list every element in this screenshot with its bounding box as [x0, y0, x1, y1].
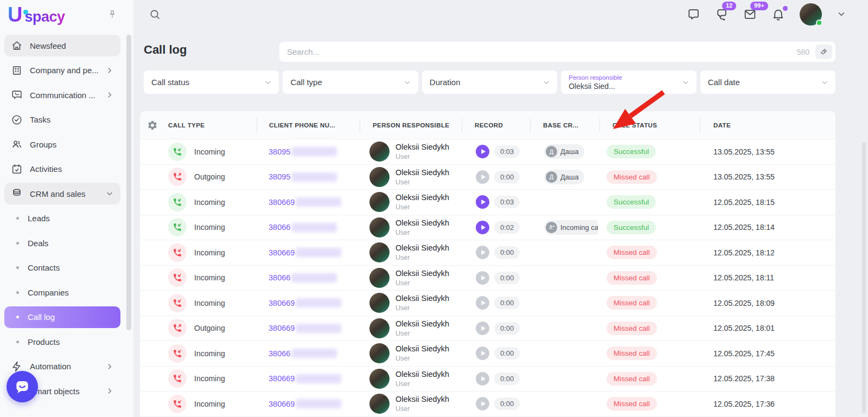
phone-incoming-icon	[168, 218, 187, 236]
user-avatar[interactable]	[800, 3, 822, 25]
chats-icon[interactable]: 12	[715, 8, 729, 21]
play-button[interactable]	[476, 372, 489, 386]
table-header: CALL TYPECLIENT PHONE NU...PERSON RESPON…	[140, 111, 835, 139]
table-row[interactable]: Incoming380669Oleksii SiedykhUser0:03Suc…	[140, 190, 835, 215]
play-button[interactable]	[476, 296, 489, 310]
filter-duration[interactable]: Duration	[422, 70, 557, 94]
sidebar-item-label: Communication ...	[30, 91, 105, 100]
sidebar-item-call-log[interactable]: Call log	[4, 306, 120, 328]
table-row[interactable]: Outgoing38095Oleksii SiedykhUser0:00ДДаш…	[140, 165, 835, 190]
table-row[interactable]: Incoming38066Oleksii SiedykhUser0:02Inco…	[140, 215, 835, 241]
base-chip[interactable]: ДДаша	[544, 170, 584, 184]
phone-link[interactable]: 38095	[269, 172, 290, 181]
play-button[interactable]	[476, 271, 489, 285]
table-row[interactable]: Incoming38095Oleksii SiedykhUser0:03ДДаш…	[140, 139, 835, 165]
table-row[interactable]: Incoming380669Oleksii SiedykhUser0:00Mis…	[140, 392, 835, 417]
sidebar-item-crm-and-sales[interactable]: CRM and sales	[4, 183, 120, 204]
table-row[interactable]: Incoming380669Oleksii SiedykhUser0:00Mis…	[140, 291, 835, 316]
call-status-badge: Missed call	[607, 397, 657, 410]
sidebar-item-label: Automation	[30, 362, 105, 371]
table-body: Incoming38095Oleksii SiedykhUser0:03ДДаш…	[140, 139, 835, 417]
table-row[interactable]: Incoming380669Oleksii SiedykhUser0:00Mis…	[140, 240, 835, 266]
person-info: Oleksii SiedykhUser	[395, 369, 449, 388]
chevron-down-icon[interactable]	[837, 9, 846, 19]
sidebar-item-contacts[interactable]: Contacts	[4, 257, 120, 279]
table-row[interactable]: Outgoing380669Oleksii SiedykhUser0:00Mis…	[140, 316, 835, 342]
record-duration: 0:00	[494, 246, 520, 259]
sidebar-item-activities[interactable]: Activities	[4, 158, 120, 180]
phone-link[interactable]: 38095	[269, 147, 290, 156]
comment-icon[interactable]	[687, 8, 700, 21]
person-role: User	[395, 405, 449, 413]
phone-link[interactable]: 38066	[269, 349, 290, 358]
cell-record: 0:00	[462, 266, 530, 291]
mail-icon[interactable]: 99+	[743, 8, 757, 21]
call-date: 12.05.2025, 18:01	[713, 324, 775, 332]
table-row[interactable]: Incoming380669Oleksii SiedykhUser0:00Mis…	[140, 367, 835, 392]
sidebar-item-companies[interactable]: Companies	[4, 281, 120, 303]
base-chip-label: Даша	[560, 147, 579, 156]
base-chip-label: Даша	[560, 173, 579, 181]
sidebar-item-company-and-pe[interactable]: Company and pe...	[4, 60, 120, 81]
column-header-call-status: CALL STATUS	[599, 111, 700, 139]
sidebar-item-communication[interactable]: Communication ...	[4, 84, 120, 106]
sidebar-item-groups[interactable]: Groups	[4, 133, 120, 155]
chat-fab[interactable]	[7, 371, 38, 402]
play-button[interactable]	[476, 145, 489, 158]
cell-phone: 380669	[257, 392, 360, 416]
person-name: Oleksii Siedykh	[395, 319, 449, 329]
phone-link[interactable]: 380669	[269, 299, 295, 307]
search-icon[interactable]	[149, 8, 161, 21]
play-button[interactable]	[476, 347, 489, 360]
person-name: Oleksii Siedykh	[395, 168, 449, 178]
sidebar-item-label: Tasks	[30, 115, 114, 124]
call-status-badge: Missed call	[607, 322, 657, 335]
column-header-label: RECORD	[475, 122, 503, 129]
phone-link[interactable]: 380669	[269, 400, 295, 408]
person-name: Oleksii Siedykh	[395, 344, 449, 354]
call-status-badge: Successful	[607, 221, 656, 234]
play-button[interactable]	[476, 397, 489, 410]
filter-person-responsible[interactable]: Person responsibleOleksii Sied...	[561, 70, 696, 94]
call-status-badge: Missed call	[607, 271, 657, 285]
filter-call-date[interactable]: Call date	[700, 70, 835, 94]
call-date: 12.05.2025, 18:12	[713, 248, 775, 257]
column-header-base-cr: BASE CR...	[530, 111, 599, 139]
table-scrollbar[interactable]	[862, 142, 866, 413]
table-settings-icon[interactable]	[147, 120, 158, 131]
sidebar-item-newsfeed[interactable]: Newsfeed	[4, 35, 120, 56]
search-input[interactable]	[287, 47, 797, 56]
column-header-call-type: CALL TYPE	[140, 111, 257, 139]
phone-link[interactable]: 380669	[269, 248, 295, 257]
filter-call-status[interactable]: Call status	[144, 70, 279, 94]
sidebar-item-deals[interactable]: Deals	[4, 232, 120, 254]
play-button[interactable]	[476, 170, 489, 184]
phone-blur	[291, 147, 337, 156]
eraser-button[interactable]	[815, 44, 832, 59]
table-row[interactable]: Incoming38066Oleksii SiedykhUser0:00Miss…	[140, 341, 835, 367]
play-button[interactable]	[476, 246, 489, 259]
play-button[interactable]	[476, 195, 489, 209]
sidebar-item-tasks[interactable]: Tasks	[4, 109, 120, 131]
cell-call-type: Incoming	[140, 291, 257, 316]
sidebar-item-products[interactable]: Products	[4, 331, 120, 352]
phone-blur	[291, 172, 337, 182]
phone-link[interactable]: 38066	[269, 223, 290, 232]
phone-blur	[296, 298, 341, 307]
base-chip[interactable]: Incoming call :	[544, 220, 598, 235]
phone-link[interactable]: 38066	[269, 273, 290, 282]
base-chip[interactable]: ДДаша	[544, 144, 584, 159]
bell-icon[interactable]	[771, 8, 785, 21]
phone-link[interactable]: 380669	[269, 374, 295, 383]
play-button[interactable]	[476, 322, 489, 335]
uspacy-logo[interactable]: U spacy	[8, 5, 65, 25]
sidebar-item-leads[interactable]: Leads	[4, 208, 120, 229]
cell-status: Successful	[599, 190, 700, 215]
sidebar-scrollbar[interactable]	[126, 35, 131, 330]
phone-link[interactable]: 380669	[269, 324, 295, 332]
pin-icon[interactable]	[107, 9, 117, 19]
table-row[interactable]: Incoming38066Oleksii SiedykhUser0:00Miss…	[140, 266, 835, 291]
play-button[interactable]	[476, 221, 489, 234]
filter-call-type[interactable]: Call type	[283, 70, 418, 94]
phone-link[interactable]: 380669	[269, 198, 295, 207]
